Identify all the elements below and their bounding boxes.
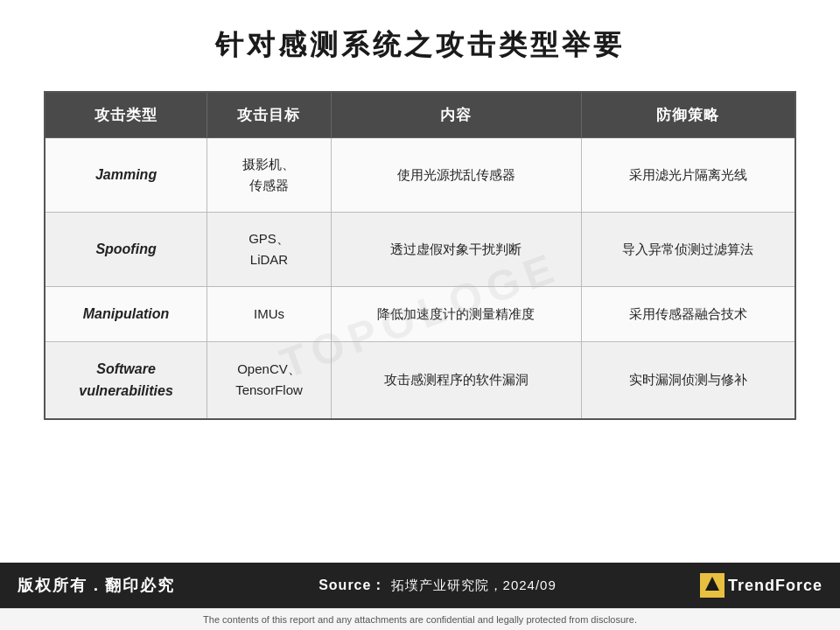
col-header-type: 攻击类型 — [45, 92, 207, 138]
cell-defense: 实时漏洞侦测与修补 — [581, 341, 795, 419]
footer-source-label: Source： — [318, 578, 386, 592]
logo-svg — [702, 575, 723, 596]
cell-defense: 导入异常侦测过滤算法 — [581, 213, 795, 287]
page-wrapper: TOPOLOGE 针对感测系统之攻击类型举要 攻击类型 攻击目标 内容 防御策略… — [0, 0, 840, 630]
trendforce-logo: TrendForce — [700, 573, 822, 598]
cell-content: 攻击感测程序的软件漏洞 — [331, 341, 581, 419]
table-header-row: 攻击类型 攻击目标 内容 防御策略 — [45, 92, 795, 138]
attack-table: 攻击类型 攻击目标 内容 防御策略 Jamming摄影机、 传感器使用光源扰乱传… — [44, 91, 796, 420]
col-header-defense: 防御策略 — [581, 92, 795, 138]
main-content: 针对感测系统之攻击类型举要 攻击类型 攻击目标 内容 防御策略 Jamming摄… — [0, 0, 840, 563]
disclaimer: The contents of this report and any atta… — [0, 608, 840, 630]
cell-type: Jamming — [45, 138, 207, 213]
logo-icon — [700, 573, 724, 598]
footer-source-text: 拓墣产业研究院，2024/09 — [391, 578, 556, 592]
table-container: 攻击类型 攻击目标 内容 防御策略 Jamming摄影机、 传感器使用光源扰乱传… — [44, 91, 796, 420]
table-row: Software vulnerabilitiesOpenCV、 TensorFl… — [45, 341, 795, 419]
page-title: 针对感测系统之攻击类型举要 — [215, 26, 625, 65]
cell-type: Manipulation — [45, 287, 207, 342]
cell-target: OpenCV、 TensorFlow — [207, 341, 332, 419]
cell-defense: 采用传感器融合技术 — [581, 287, 795, 342]
cell-content: 使用光源扰乱传感器 — [331, 138, 581, 213]
cell-defense: 采用滤光片隔离光线 — [581, 138, 795, 213]
svg-marker-0 — [705, 577, 719, 591]
cell-type: Spoofing — [45, 213, 207, 287]
cell-target: GPS、 LiDAR — [207, 213, 332, 287]
cell-target: IMUs — [207, 287, 332, 342]
table-row: ManipulationIMUs降低加速度计的测量精准度采用传感器融合技术 — [45, 287, 795, 342]
table-row: SpoofingGPS、 LiDAR透过虚假对象干扰判断导入异常侦测过滤算法 — [45, 213, 795, 287]
cell-content: 透过虚假对象干扰判断 — [331, 213, 581, 287]
col-header-content: 内容 — [331, 92, 581, 138]
cell-type: Software vulnerabilities — [45, 341, 207, 419]
table-row: Jamming摄影机、 传感器使用光源扰乱传感器采用滤光片隔离光线 — [45, 138, 795, 213]
col-header-target: 攻击目标 — [207, 92, 332, 138]
footer-copyright: 版权所有．翻印必究 — [18, 575, 175, 596]
footer-logo-area: TrendForce — [700, 573, 822, 598]
cell-target: 摄影机、 传感器 — [207, 138, 332, 213]
footer: 版权所有．翻印必究 Source： 拓墣产业研究院，2024/09 TrendF… — [0, 563, 840, 608]
disclaimer-text: The contents of this report and any atta… — [203, 614, 637, 625]
cell-content: 降低加速度计的测量精准度 — [331, 287, 581, 342]
logo-text: TrendForce — [728, 577, 822, 595]
footer-source: Source： 拓墣产业研究院，2024/09 — [318, 577, 556, 595]
